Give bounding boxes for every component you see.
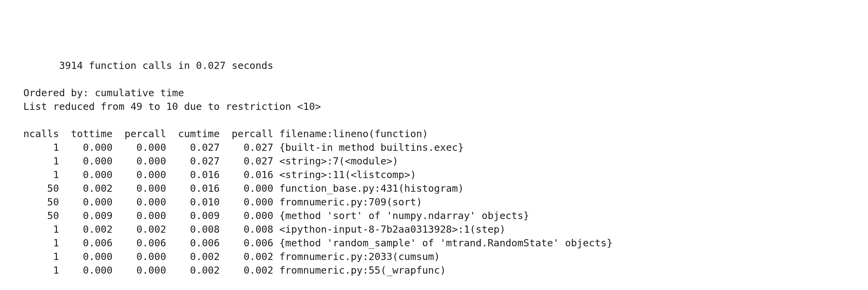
table-header: ncalls tottime percall cumtime percall f… — [5, 128, 428, 140]
profiler-output: 3914 function calls in 0.027 seconds Ord… — [0, 55, 868, 281]
ordered-by-line: Ordered by: cumulative time — [5, 87, 184, 99]
table-rows: 1 0.000 0.000 0.027 0.027 {built-in meth… — [5, 142, 613, 276]
summary-line: 3914 function calls in 0.027 seconds — [5, 60, 273, 71]
list-reduced-line: List reduced from 49 to 10 due to restri… — [5, 101, 321, 112]
